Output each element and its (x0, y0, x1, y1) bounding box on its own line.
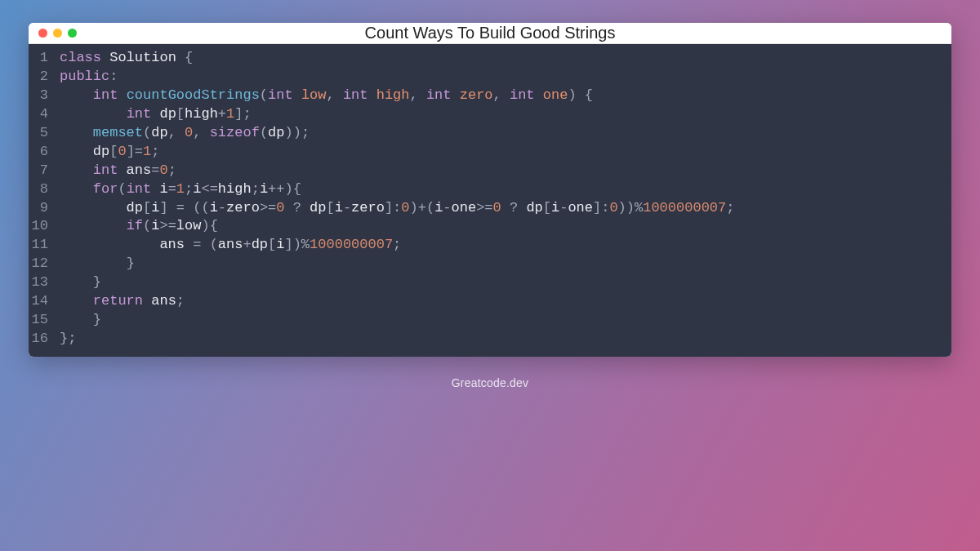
code-content: } (60, 311, 940, 330)
line-number: 9 (29, 199, 60, 218)
code-line: 4 int dp[high+1]; (29, 105, 951, 124)
code-content: memset(dp, 0, sizeof(dp)); (60, 124, 940, 143)
code-content: int ans=0; (60, 162, 940, 180)
code-content: for(int i=1;i<=high;i++){ (60, 180, 940, 199)
code-content: } (60, 255, 940, 273)
code-content: ans = (ans+dp[i])%1000000007; (60, 236, 940, 255)
code-line: 6 dp[0]=1; (29, 143, 951, 162)
line-number: 7 (29, 162, 60, 180)
footer-credit: Greatcode.dev (452, 376, 528, 389)
line-number: 5 (29, 124, 60, 143)
code-content: public: (60, 68, 940, 87)
line-number: 12 (29, 255, 60, 273)
line-number: 13 (29, 273, 60, 292)
code-line: 11 ans = (ans+dp[i])%1000000007; (29, 236, 951, 255)
code-window: Count Ways To Build Good Strings 1class … (29, 23, 951, 357)
code-line: 5 memset(dp, 0, sizeof(dp)); (29, 124, 951, 143)
code-content: class Solution { (60, 49, 940, 68)
code-content: dp[i] = ((i-zero>=0 ? dp[i-zero]:0)+(i-o… (60, 199, 940, 218)
code-content: dp[0]=1; (60, 143, 940, 162)
line-number: 16 (29, 330, 60, 349)
line-number: 6 (29, 143, 60, 162)
code-line: 12 } (29, 255, 951, 273)
line-number: 3 (29, 87, 60, 105)
line-number: 8 (29, 180, 60, 199)
code-content: int countGoodStrings(int low, int high, … (60, 87, 940, 105)
code-line: 14 return ans; (29, 292, 951, 311)
code-line: 15 } (29, 311, 951, 330)
code-line: 8 for(int i=1;i<=high;i++){ (29, 180, 951, 199)
code-line: 1class Solution { (29, 49, 951, 68)
code-line: 2public: (29, 68, 951, 87)
code-content: int dp[high+1]; (60, 105, 940, 124)
window-title: Count Ways To Build Good Strings (29, 24, 951, 42)
line-number: 2 (29, 68, 60, 87)
code-content: return ans; (60, 292, 940, 311)
code-line: 10 if(i>=low){ (29, 217, 951, 236)
line-number: 10 (29, 217, 60, 236)
code-line: 16}; (29, 330, 951, 349)
line-number: 4 (29, 105, 60, 124)
code-line: 9 dp[i] = ((i-zero>=0 ? dp[i-zero]:0)+(i… (29, 199, 951, 218)
line-number: 1 (29, 49, 60, 68)
line-number: 14 (29, 292, 60, 311)
line-number: 11 (29, 236, 60, 255)
code-line: 13 } (29, 273, 951, 292)
code-content: if(i>=low){ (60, 217, 940, 236)
window-titlebar: Count Ways To Build Good Strings (29, 23, 951, 44)
code-content: } (60, 273, 940, 292)
code-editor: 1class Solution {2public:3 int countGood… (29, 44, 951, 357)
line-number: 15 (29, 311, 60, 330)
code-line: 7 int ans=0; (29, 162, 951, 180)
code-content: }; (60, 330, 940, 349)
code-line: 3 int countGoodStrings(int low, int high… (29, 87, 951, 105)
